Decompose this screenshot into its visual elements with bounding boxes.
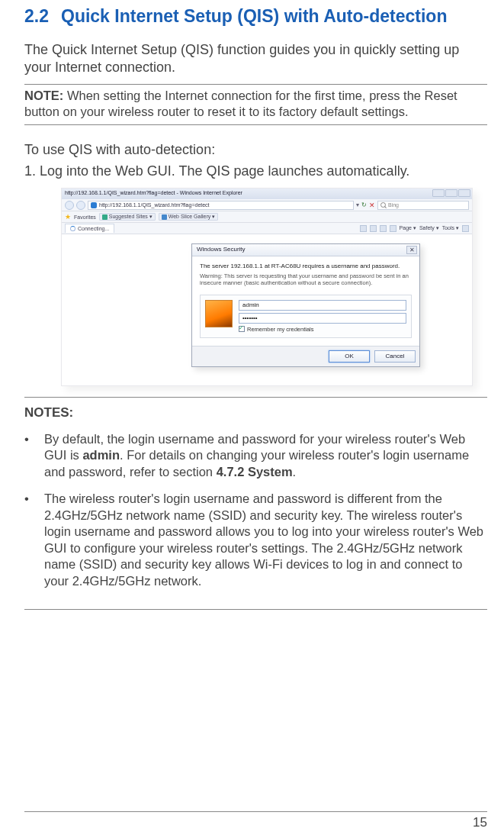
url-text: http://192.168.1.1/QIS_wizard.htm?flag=d… (99, 202, 210, 208)
dialog-warning: Warning: This server is requesting that … (200, 272, 412, 287)
safety-menu[interactable]: Safety ▾ (419, 225, 439, 231)
cancel-button[interactable]: Cancel (374, 350, 416, 363)
close-button[interactable] (458, 189, 470, 197)
dialog-close-button[interactable]: ✕ (406, 246, 417, 254)
auth-dialog: Windows Security ✕ The server 192.168.1.… (191, 243, 420, 367)
command-bar: Connecting... Page ▾ Safety ▾ Tools ▾ (62, 223, 472, 234)
section-title: Quick Internet Setup (QIS) with Auto-det… (61, 6, 473, 27)
ie-icon (91, 202, 97, 208)
address-bar: http://192.168.1.1/QIS_wizard.htm?flag=d… (62, 199, 472, 211)
search-input[interactable]: Bing (377, 201, 469, 210)
section-heading: 2.2Quick Internet Setup (QIS) with Auto-… (24, 6, 487, 27)
section-number: 2.2 (24, 6, 61, 27)
maximize-button[interactable] (445, 189, 457, 197)
search-placeholder: Bing (388, 202, 399, 208)
remember-label: Remember my credentials (247, 326, 314, 333)
star-icon[interactable]: ★ (65, 213, 71, 221)
print-icon[interactable] (390, 225, 396, 232)
note-bullet-2: • The wireless router's login username a… (24, 491, 487, 589)
notes-title: NOTES: (24, 405, 487, 421)
loading-icon (70, 226, 75, 231)
feeds-icon[interactable] (370, 225, 377, 232)
back-button[interactable] (65, 201, 74, 210)
note-text: When setting the Internet connection for… (24, 89, 457, 118)
minimize-button[interactable] (432, 189, 445, 197)
web-slice-gallery[interactable]: Web Slice Gallery ▾ (159, 213, 218, 221)
dialog-message: The server 192.168.1.1 at RT-AC68U requi… (200, 263, 412, 269)
url-input[interactable]: http://192.168.1.1/QIS_wizard.htm?flag=d… (88, 201, 354, 210)
page-number: 15 (473, 815, 487, 830)
window-titlebar: http://192.168.1.1/QIS_wizard.htm?flag=d… (62, 189, 472, 199)
dialog-titlebar: Windows Security ✕ (192, 244, 419, 256)
footer-rule (24, 811, 487, 812)
home-icon[interactable] (360, 225, 367, 232)
suggested-sites[interactable]: Suggested Sites ▾ (99, 213, 156, 221)
note-block: NOTE: When setting the Internet connecti… (24, 84, 487, 124)
note-bullet-1: • By default, the login username and pas… (24, 431, 487, 480)
checkbox-icon (239, 326, 245, 332)
procedure-heading: To use QIS with auto-detection: (24, 142, 487, 158)
tools-menu[interactable]: Tools ▾ (442, 225, 459, 231)
favorites-label: Favorites (74, 214, 96, 220)
favorites-bar: ★ Favorites Suggested Sites ▾ Web Slice … (62, 211, 472, 223)
dialog-title: Windows Security (197, 246, 246, 253)
password-input[interactable]: ••••••• (239, 313, 406, 324)
notes-block: NOTES: • By default, the login username … (24, 397, 487, 610)
credentials-box: admin ••••••• Remember my credentials (200, 295, 412, 338)
ok-button[interactable]: OK (329, 350, 370, 363)
step-1: 1. Log into the Web GUI. The QIS page la… (24, 163, 487, 180)
page-menu[interactable]: Page ▾ (400, 225, 416, 231)
intro-paragraph: The Quick Internet Setup (QIS) function … (24, 41, 487, 77)
note-label: NOTE: (24, 89, 63, 102)
window-title: http://192.168.1.1/QIS_wizard.htm?flag=d… (65, 190, 242, 195)
browser-content: Windows Security ✕ The server 192.168.1.… (62, 234, 472, 385)
remember-checkbox[interactable]: Remember my credentials (239, 326, 406, 333)
browser-tab[interactable]: Connecting... (65, 224, 114, 233)
mail-icon[interactable] (380, 225, 387, 232)
search-icon (380, 202, 386, 208)
credential-icon (205, 300, 233, 327)
username-input[interactable]: admin (239, 300, 406, 311)
forward-button[interactable] (76, 201, 85, 210)
browser-screenshot: http://192.168.1.1/QIS_wizard.htm?flag=d… (61, 188, 473, 386)
help-icon[interactable] (462, 225, 469, 232)
tab-label: Connecting... (78, 226, 109, 231)
